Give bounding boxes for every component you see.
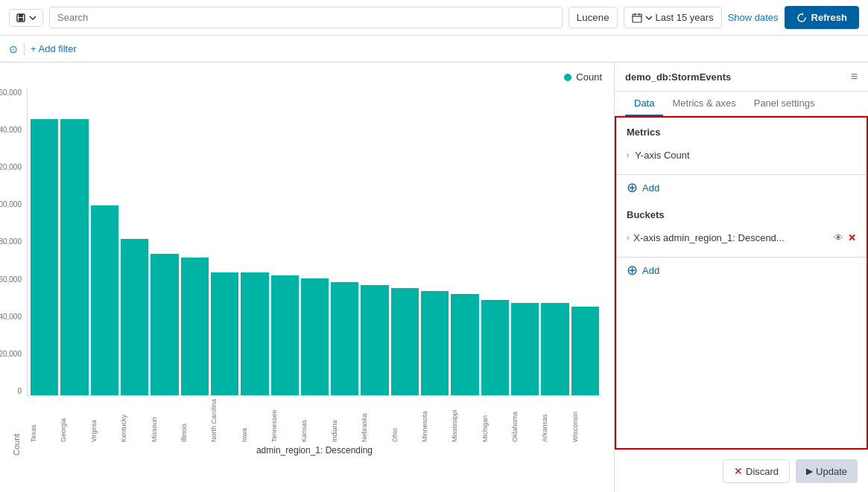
filter-bar: ⊙ + Add filter: [0, 36, 868, 63]
x-label: Kentucky: [120, 399, 148, 442]
panel-bottom: ✕ Discard ▶ Update: [615, 450, 868, 492]
close-icon[interactable]: ✕: [848, 232, 856, 243]
metrics-section: Metrics › Y-axis Count: [616, 118, 867, 175]
bar[interactable]: [151, 254, 178, 395]
legend-label: Count: [576, 71, 602, 83]
panel-tabs: Data Metrics & axes Panel settings: [615, 92, 868, 116]
x-label: Oklahoma: [511, 399, 539, 442]
bar[interactable]: [211, 272, 238, 395]
x-label: Minnesota: [421, 399, 449, 442]
tab-panel-settings[interactable]: Panel settings: [745, 92, 824, 116]
x-label: Missouri: [151, 399, 178, 442]
right-panel: demo_db:StormEvents ≡ Data Metrics & axe…: [615, 63, 868, 492]
panel-title: demo_db:StormEvents: [625, 71, 731, 83]
x-label: Texas: [30, 399, 57, 442]
x-label: Kansas: [300, 399, 328, 442]
bar[interactable]: [571, 307, 599, 395]
lucene-button[interactable]: Lucene: [568, 7, 618, 28]
add-circle-icon: ⊕: [627, 181, 638, 194]
x-axis-title: admin_region_1: Descending: [27, 445, 602, 456]
x-label: North Carolina: [210, 399, 238, 442]
bar[interactable]: [481, 300, 509, 395]
svg-rect-3: [633, 14, 642, 22]
bar[interactable]: [271, 275, 299, 395]
bar[interactable]: [181, 258, 209, 395]
chevron-right-icon-2: ›: [627, 234, 629, 242]
svg-rect-1: [19, 14, 23, 17]
add-filter-button[interactable]: + Add filter: [31, 43, 77, 54]
save-icon: [16, 13, 26, 23]
chart-wrapper: Count 160,000140,000120,000100,00080,000…: [12, 89, 602, 456]
bar[interactable]: [361, 285, 388, 395]
metrics-title: Metrics: [627, 127, 856, 138]
x-label: Michigan: [481, 399, 509, 442]
x-label: Wisconsin: [571, 399, 599, 442]
x-label: Georgia: [60, 399, 87, 442]
update-button[interactable]: ▶ Update: [796, 459, 858, 483]
x-label: Arkansas: [541, 399, 568, 442]
toolbar: Lucene Last 15 years Show dates Refresh: [0, 0, 868, 36]
x-axis-labels: TexasGeorgiaVirginiaKentuckyMissouriIlli…: [27, 396, 602, 442]
buckets-section: Buckets › X-axis admin_region_1: Descend…: [616, 200, 867, 258]
save-button[interactable]: [9, 9, 43, 27]
bar[interactable]: [121, 239, 148, 395]
chevron-down-icon-2: [645, 16, 653, 20]
legend-dot: [564, 74, 571, 81]
menu-icon[interactable]: ≡: [851, 70, 858, 83]
bar[interactable]: [241, 272, 268, 395]
eye-icon[interactable]: 👁: [834, 232, 843, 243]
metric-label: Y-axis Count: [635, 150, 689, 161]
bar[interactable]: [391, 288, 419, 395]
refresh-button[interactable]: Refresh: [785, 6, 859, 29]
time-picker[interactable]: Last 15 years: [624, 7, 722, 28]
main-content: Count Count 160,000140,000120,000100,000…: [0, 63, 868, 492]
panel-content: Metrics › Y-axis Count ⊕ Add Buckets › X…: [615, 116, 868, 450]
bar[interactable]: [541, 303, 568, 395]
bar[interactable]: [31, 119, 58, 395]
chevron-down-icon: [29, 16, 37, 20]
update-play-icon: ▶: [806, 466, 813, 476]
chart-legend: Count: [12, 71, 602, 83]
tab-data[interactable]: Data: [625, 92, 663, 116]
buckets-add-row[interactable]: ⊕ Add: [616, 258, 867, 283]
refresh-icon: [796, 13, 807, 23]
calendar-icon: [632, 13, 642, 23]
tab-metrics-axes[interactable]: Metrics & axes: [663, 92, 744, 116]
x-label: Indiana: [331, 399, 358, 442]
chevron-right-icon: ›: [627, 151, 629, 159]
bar[interactable]: [511, 303, 539, 395]
filter-icon[interactable]: ⊙: [9, 43, 18, 55]
search-input[interactable]: [49, 7, 563, 28]
bucket-row-xaxis[interactable]: › X-axis admin_region_1: Descend... 👁 ✕: [627, 228, 856, 248]
buckets-add-label: Add: [642, 265, 659, 276]
bar[interactable]: [91, 205, 118, 395]
show-dates-button[interactable]: Show dates: [728, 12, 779, 23]
x-label: Tennessee: [270, 399, 298, 442]
bar[interactable]: [301, 278, 329, 395]
discard-x-icon: ✕: [734, 465, 743, 477]
x-label: Ohio: [391, 399, 419, 442]
bar[interactable]: [421, 291, 449, 395]
x-label: Nebraska: [361, 399, 388, 442]
metrics-add-label: Add: [642, 182, 659, 194]
discard-button[interactable]: ✕ Discard: [723, 459, 790, 483]
y-axis-label: Count: [12, 89, 21, 456]
chart-area: Count Count 160,000140,000120,000100,000…: [0, 63, 615, 492]
buckets-title: Buckets: [627, 209, 856, 220]
bar[interactable]: [451, 294, 478, 395]
x-label: Iowa: [241, 399, 268, 442]
x-label: Mississippi: [451, 399, 478, 442]
metrics-add-row[interactable]: ⊕ Add: [616, 175, 867, 200]
divider: [24, 42, 25, 56]
add-circle-icon-2: ⊕: [627, 263, 638, 277]
bars-container: 160,000140,000120,000100,00080,00060,000…: [27, 89, 602, 396]
svg-rect-2: [19, 18, 23, 21]
panel-header: demo_db:StormEvents ≡: [615, 63, 868, 92]
chart-inner: 160,000140,000120,000100,00080,00060,000…: [27, 89, 602, 456]
x-label: Illinois: [180, 399, 208, 442]
bar[interactable]: [60, 119, 88, 395]
x-label: Virginia: [90, 399, 118, 442]
bar[interactable]: [331, 282, 358, 395]
bucket-label: X-axis admin_region_1: Descend...: [633, 232, 829, 243]
metric-row-yaxis[interactable]: › Y-axis Count: [627, 145, 856, 165]
